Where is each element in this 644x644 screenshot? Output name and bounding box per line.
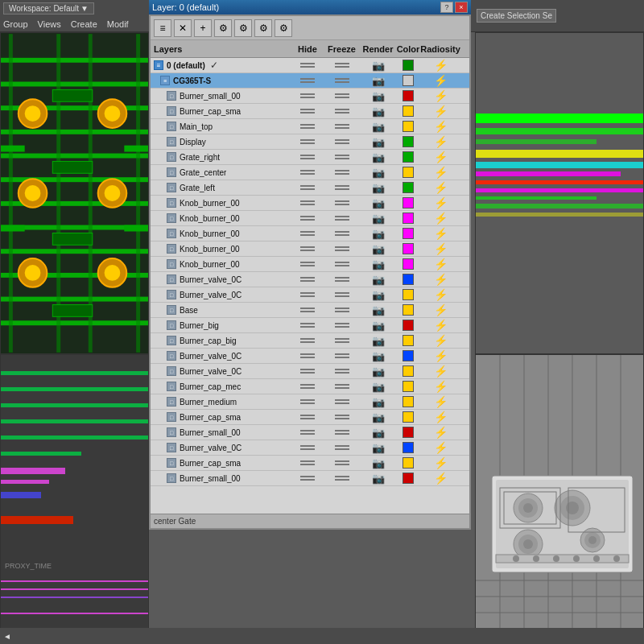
hide-cell[interactable] <box>291 200 324 205</box>
render-cell[interactable]: 📷 <box>360 136 396 148</box>
color-cell[interactable] <box>396 197 420 208</box>
freeze-cell[interactable] <box>324 109 360 114</box>
table-row[interactable]: □Burner_valve_0C📷⚡ <box>151 287 469 303</box>
render-cell[interactable]: 📷 <box>360 213 396 225</box>
radiosity-cell[interactable]: ⚡ <box>420 365 460 378</box>
radiosity-cell[interactable]: ⚡ <box>420 151 460 163</box>
workspace-button[interactable]: Workspace: Default ▼ <box>3 2 94 14</box>
color-cell[interactable] <box>396 381 420 392</box>
radiosity-cell[interactable]: ⚡ <box>420 411 460 423</box>
add-icon[interactable]: + <box>194 19 212 37</box>
hide-cell[interactable] <box>291 476 324 481</box>
render-cell[interactable]: 📷 <box>360 167 396 179</box>
freeze-cell[interactable] <box>324 415 360 419</box>
radiosity-cell[interactable]: ⚡ <box>420 196 460 209</box>
radiosity-cell[interactable]: ⚡ <box>420 74 460 87</box>
radiosity-cell[interactable]: ⚡ <box>420 105 460 118</box>
freeze-cell[interactable] <box>324 277 360 282</box>
hide-cell[interactable] <box>291 109 324 114</box>
render-cell[interactable]: 📷 <box>360 427 396 439</box>
create-selection-button[interactable]: Create Selection Se <box>477 9 556 23</box>
hide-cell[interactable] <box>291 460 324 465</box>
table-row[interactable]: □Display📷⚡ <box>151 134 469 150</box>
hide-cell[interactable] <box>291 399 324 404</box>
hide-cell[interactable] <box>291 216 324 221</box>
table-row[interactable]: □Knob_burner_00📷⚡ <box>151 196 469 211</box>
freeze-cell[interactable] <box>324 353 360 358</box>
freeze-cell[interactable] <box>324 246 360 251</box>
color-cell[interactable] <box>396 289 420 300</box>
color-cell[interactable] <box>396 320 420 331</box>
hide-cell[interactable] <box>291 231 324 236</box>
hide-cell[interactable] <box>291 353 324 358</box>
freeze-cell[interactable] <box>324 338 360 343</box>
freeze-cell[interactable] <box>324 460 360 465</box>
color-cell[interactable] <box>396 243 420 254</box>
delete-icon[interactable]: ✕ <box>174 19 192 37</box>
table-row[interactable]: □Grate_right📷⚡ <box>151 150 469 165</box>
table-row[interactable]: ≡CG365T-S📷⚡ <box>151 73 469 89</box>
hide-cell[interactable] <box>291 308 324 312</box>
radiosity-cell[interactable]: ⚡ <box>420 273 460 286</box>
radiosity-cell[interactable]: ⚡ <box>420 242 460 255</box>
render-cell[interactable]: 📷 <box>360 228 396 240</box>
hide-cell[interactable] <box>291 369 324 374</box>
freeze-cell[interactable] <box>324 185 360 190</box>
table-row[interactable]: □Burner_cap_sma📷⚡ <box>151 104 469 119</box>
freeze-cell[interactable] <box>324 292 360 297</box>
color-cell[interactable] <box>396 427 420 438</box>
freeze-cell[interactable] <box>324 369 360 374</box>
render-cell[interactable]: 📷 <box>360 350 396 362</box>
radiosity-cell[interactable]: ⚡ <box>420 441 460 454</box>
render-cell[interactable]: 📷 <box>360 320 396 332</box>
render-cell[interactable]: 📷 <box>360 365 396 378</box>
color-cell[interactable] <box>396 228 420 239</box>
render-cell[interactable]: 📷 <box>360 396 396 408</box>
close-button[interactable]: × <box>455 2 468 13</box>
tool-icon-4[interactable]: ⚙ <box>234 19 252 37</box>
color-cell[interactable] <box>396 473 420 484</box>
radiosity-cell[interactable]: ⚡ <box>420 89 460 102</box>
render-cell[interactable]: 📷 <box>360 473 396 485</box>
hide-cell[interactable] <box>291 155 324 159</box>
radiosity-cell[interactable]: ⚡ <box>420 212 460 225</box>
freeze-cell[interactable] <box>324 384 360 389</box>
render-cell[interactable]: 📷 <box>360 304 396 316</box>
radiosity-cell[interactable]: ⚡ <box>420 288 460 301</box>
freeze-cell[interactable] <box>324 476 360 481</box>
color-cell[interactable] <box>396 213 420 224</box>
color-cell[interactable] <box>396 151 420 163</box>
hide-cell[interactable] <box>291 93 324 98</box>
color-cell[interactable] <box>396 365 420 377</box>
radiosity-cell[interactable]: ⚡ <box>420 303 460 316</box>
radiosity-cell[interactable]: ⚡ <box>420 334 460 347</box>
color-cell[interactable] <box>396 90 420 101</box>
hide-cell[interactable] <box>291 338 324 343</box>
hide-cell[interactable] <box>291 292 324 297</box>
settings-icon[interactable]: ⚙ <box>214 19 232 37</box>
radiosity-cell[interactable]: ⚡ <box>420 181 460 194</box>
table-row[interactable]: □Burner_cap_sma📷⚡ <box>151 410 469 425</box>
render-cell[interactable]: 📷 <box>360 289 396 301</box>
render-cell[interactable]: 📷 <box>360 121 396 133</box>
color-cell[interactable] <box>396 75 420 86</box>
layers-stack-icon[interactable]: ≡ <box>154 19 171 37</box>
hide-cell[interactable] <box>291 185 324 190</box>
table-row[interactable]: □Burner_small_00📷⚡ <box>151 425 469 440</box>
freeze-cell[interactable] <box>324 262 360 266</box>
color-cell[interactable] <box>396 182 420 193</box>
hide-cell[interactable] <box>291 430 324 435</box>
radiosity-cell[interactable]: ⚡ <box>420 380 460 393</box>
radiosity-cell[interactable]: ⚡ <box>420 426 460 439</box>
hide-cell[interactable] <box>291 170 324 175</box>
tool-icon-5[interactable]: ⚙ <box>254 19 272 37</box>
render-cell[interactable]: 📷 <box>360 60 396 72</box>
color-cell[interactable] <box>396 442 420 453</box>
table-row[interactable]: □Burner_cap_sma📷⚡ <box>151 456 469 471</box>
render-cell[interactable]: 📷 <box>360 258 396 270</box>
render-cell[interactable]: 📷 <box>360 457 396 469</box>
hide-cell[interactable] <box>291 139 324 144</box>
render-cell[interactable]: 📷 <box>360 442 396 454</box>
menu-create[interactable]: Create <box>71 19 97 29</box>
freeze-cell[interactable] <box>324 155 360 159</box>
